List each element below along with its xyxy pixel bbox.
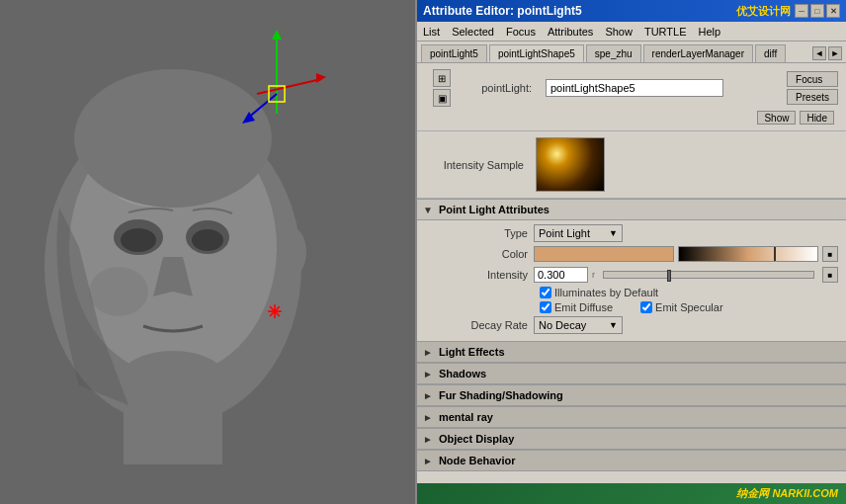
section-arrow-point-light: ▼ xyxy=(423,205,433,215)
color-label: Color xyxy=(425,248,534,260)
emit-specular-item: Emit Specular xyxy=(640,301,722,313)
color-swatch[interactable] xyxy=(534,246,674,262)
tab-spe-zhu[interactable]: spe_zhu xyxy=(586,44,641,62)
section-title-node-behavior: Node Behavior xyxy=(439,455,516,466)
menu-attributes[interactable]: Attributes xyxy=(548,26,593,38)
section-header-object-display[interactable]: ► Object Display xyxy=(417,428,846,450)
hide-btn[interactable]: Hide xyxy=(800,111,834,125)
section-header-node-behavior[interactable]: ► Node Behavior xyxy=(417,450,846,471)
menu-help[interactable]: Help xyxy=(699,26,721,38)
presets-btn[interactable]: Presets xyxy=(787,89,838,105)
section-title-mental-ray: mental ray xyxy=(439,411,493,423)
tab-diff[interactable]: diff xyxy=(755,44,786,62)
svg-marker-14 xyxy=(272,30,282,40)
decay-dropdown-arrow: ▼ xyxy=(609,320,618,330)
section-title-shadows: Shadows xyxy=(439,368,486,379)
tabs-nav: ◄ ► xyxy=(812,46,842,60)
illuminates-checkbox-item: Illuminates by Default xyxy=(540,287,658,298)
title-bar: Attribute Editor: pointLight5 优艾设计网 ─ □ … xyxy=(417,0,846,22)
3d-viewport[interactable]: ✳ xyxy=(0,0,415,504)
tabs-bar: pointLight5 pointLightShape5 spe_zhu ren… xyxy=(417,42,846,63)
light-marker: ✳ xyxy=(267,301,282,323)
svg-line-17 xyxy=(247,94,277,119)
header-buttons: Focus Presets xyxy=(787,71,838,105)
type-dropdown-value: Point Light xyxy=(539,227,590,239)
transform-gizmo xyxy=(237,30,326,128)
section-header-mental-ray[interactable]: ► mental ray xyxy=(417,406,846,428)
maximize-btn[interactable]: □ xyxy=(810,4,824,18)
menu-focus[interactable]: Focus xyxy=(506,26,536,38)
intensity-map-btn[interactable]: ■ xyxy=(822,267,838,283)
attributes-scroll-area[interactable]: ▼ Point Light Attributes Type Point Ligh… xyxy=(417,199,846,483)
copy-node-btn[interactable]: ⊞ xyxy=(433,69,451,87)
window-controls: ─ □ ✕ xyxy=(795,4,840,18)
tab-next-btn[interactable]: ► xyxy=(828,46,842,60)
emit-diffuse-label: Emit Diffuse xyxy=(554,301,613,313)
node-type-btn[interactable]: ▣ xyxy=(433,89,451,107)
intensity-slider[interactable] xyxy=(603,271,814,279)
color-row: Color ■ xyxy=(425,245,838,263)
title-text: Attribute Editor: pointLight5 xyxy=(423,4,582,18)
emit-diffuse-item: Emit Diffuse xyxy=(540,301,613,313)
illuminates-label: Illuminates by Default xyxy=(554,287,658,298)
close-btn[interactable]: ✕ xyxy=(826,4,840,18)
pointlight-label: pointLight: xyxy=(459,82,538,94)
svg-marker-16 xyxy=(316,73,326,83)
logo-area: 优艾设计网 ─ □ ✕ xyxy=(736,4,840,19)
type-row: Type Point Light ▼ xyxy=(425,224,838,242)
decay-value: No Decay ▼ xyxy=(534,316,838,334)
intensity-input[interactable] xyxy=(534,267,588,283)
decay-dropdown[interactable]: No Decay ▼ xyxy=(534,316,623,334)
decay-dropdown-value: No Decay xyxy=(539,319,586,331)
tab-renderlayermanager[interactable]: renderLayerManager xyxy=(643,44,753,62)
illuminates-checkbox[interactable] xyxy=(540,287,551,298)
decay-row: Decay Rate No Decay ▼ xyxy=(425,316,838,334)
decay-label: Decay Rate xyxy=(425,319,534,331)
intensity-value: r ■ xyxy=(534,267,838,283)
show-btn[interactable]: Show xyxy=(757,111,796,125)
menu-show[interactable]: Show xyxy=(605,26,633,38)
logo-text: 优艾设计网 xyxy=(736,4,791,19)
emit-specular-label: Emit Specular xyxy=(655,301,722,313)
section-header-fur-shading[interactable]: ► Fur Shading/Shadowing xyxy=(417,384,846,406)
menu-bar: List Selected Focus Attributes Show TURT… xyxy=(417,22,846,42)
intensity-label: Intensity xyxy=(425,269,534,281)
minimize-btn[interactable]: ─ xyxy=(795,4,808,18)
section-header-point-light[interactable]: ▼ Point Light Attributes xyxy=(417,199,846,220)
emit-row: Emit Diffuse Emit Specular xyxy=(425,301,838,313)
section-arrow-fur-shading: ► xyxy=(423,390,433,401)
svg-point-12 xyxy=(89,267,148,316)
svg-point-8 xyxy=(192,229,223,251)
section-content-point-light: Type Point Light ▼ Color ■ xyxy=(417,220,846,341)
svg-line-15 xyxy=(257,79,321,94)
tab-prev-btn[interactable]: ◄ xyxy=(812,46,826,60)
section-header-light-effects[interactable]: ► Light Effects xyxy=(417,341,846,363)
show-hide-row: Show Hide xyxy=(425,111,838,125)
node-header: ⊞ ▣ pointLight: Focus Presets Show Hide xyxy=(417,63,846,131)
watermark-text: 纳金网 NARKII.COM xyxy=(736,487,838,499)
type-dropdown-arrow: ▼ xyxy=(609,228,618,238)
section-title-point-light: Point Light Attributes xyxy=(439,204,550,215)
menu-list[interactable]: List xyxy=(423,26,440,38)
focus-btn[interactable]: Focus xyxy=(787,71,838,87)
color-map-btn[interactable]: ■ xyxy=(822,246,838,262)
emit-diffuse-checkbox[interactable] xyxy=(540,301,551,313)
section-title-light-effects: Light Effects xyxy=(439,346,505,358)
node-name-input[interactable] xyxy=(546,79,723,97)
watermark: 纳金网 NARKII.COM xyxy=(417,483,846,504)
type-dropdown[interactable]: Point Light ▼ xyxy=(534,224,623,242)
tab-pointlightshape5[interactable]: pointLightShape5 xyxy=(489,44,584,62)
tab-pointlight5[interactable]: pointLight5 xyxy=(421,44,487,62)
attribute-editor: Attribute Editor: pointLight5 优艾设计网 ─ □ … xyxy=(415,0,846,504)
intensity-row: Intensity r ■ xyxy=(425,266,838,284)
menu-turtle[interactable]: TURTLE xyxy=(644,26,687,38)
section-arrow-shadows: ► xyxy=(423,369,433,379)
node-name-row: ⊞ ▣ pointLight: Focus Presets xyxy=(425,69,838,107)
svg-point-9 xyxy=(277,227,306,277)
type-label: Type xyxy=(425,227,534,239)
illuminates-row: Illuminates by Default xyxy=(425,287,838,298)
menu-selected[interactable]: Selected xyxy=(452,26,494,38)
section-arrow-object-display: ► xyxy=(423,434,433,445)
section-header-shadows[interactable]: ► Shadows xyxy=(417,363,846,384)
emit-specular-checkbox[interactable] xyxy=(640,301,652,313)
